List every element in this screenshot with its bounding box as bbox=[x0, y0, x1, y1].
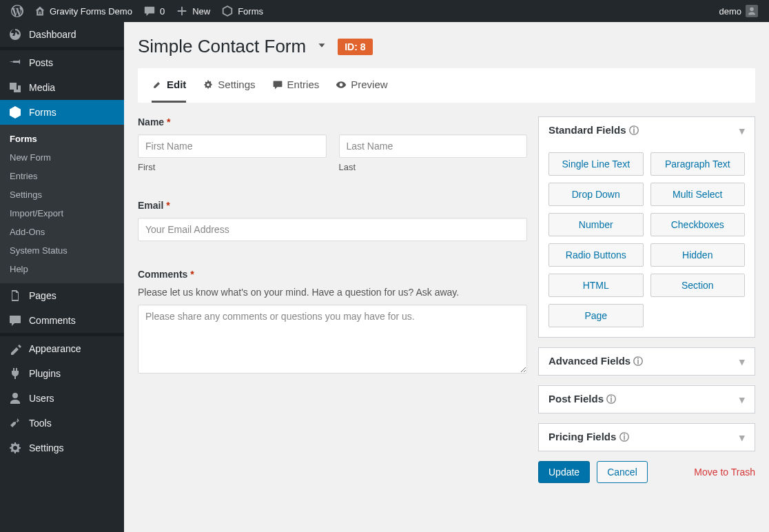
dashboard-icon bbox=[8, 28, 22, 41]
form-tabs: EditSettingsEntriesPreview bbox=[138, 68, 755, 103]
sidebar-item-pages[interactable]: Pages bbox=[0, 283, 124, 308]
new-link[interactable]: New bbox=[170, 0, 216, 22]
tab-preview[interactable]: Preview bbox=[336, 68, 387, 103]
email-input[interactable] bbox=[138, 218, 527, 241]
form-id-badge: ID: 8 bbox=[338, 39, 372, 55]
field-type-button[interactable]: Page bbox=[548, 304, 644, 327]
field-type-button[interactable]: HTML bbox=[548, 274, 644, 297]
tab-entries[interactable]: Entries bbox=[272, 68, 320, 103]
wp-logo[interactable] bbox=[6, 0, 29, 22]
advanced-fields-panel: Advanced Fields ⓘ ▾ bbox=[538, 347, 755, 376]
advanced-fields-header[interactable]: Advanced Fields ⓘ ▾ bbox=[539, 348, 755, 375]
sidebar-item-label: Pages bbox=[29, 290, 57, 301]
field-type-button[interactable]: Radio Buttons bbox=[548, 243, 644, 267]
standard-fields-panel: Standard Fields ⓘ ▾ Single Line TextPara… bbox=[538, 116, 755, 338]
sidebar-item-label: Plugins bbox=[29, 368, 61, 379]
sidebar-item-users[interactable]: Users bbox=[0, 386, 124, 411]
pages-icon bbox=[8, 289, 22, 303]
submenu-item[interactable]: Add-Ons bbox=[0, 223, 124, 241]
settings-icon bbox=[8, 441, 22, 455]
caret-icon: ▾ bbox=[739, 125, 745, 137]
submenu-item[interactable]: Import/Export bbox=[0, 204, 124, 223]
sidebar-item-media[interactable]: Media bbox=[0, 75, 124, 100]
name-field[interactable]: Name * First Last bbox=[138, 116, 527, 172]
forms-link[interactable]: Forms bbox=[216, 0, 269, 22]
sidebar-item-posts[interactable]: Posts bbox=[0, 50, 124, 75]
pin-icon bbox=[8, 56, 22, 70]
sidebar-item-forms[interactable]: Forms bbox=[0, 100, 124, 125]
comments-icon bbox=[8, 314, 22, 327]
sidebar-item-dashboard[interactable]: Dashboard bbox=[0, 22, 124, 47]
comments-count: 0 bbox=[160, 6, 165, 17]
submenu-item[interactable]: Forms bbox=[0, 130, 124, 148]
tab-settings[interactable]: Settings bbox=[203, 68, 255, 103]
new-label: New bbox=[192, 6, 210, 17]
caret-icon: ▾ bbox=[739, 393, 745, 406]
user-name: demo bbox=[719, 6, 741, 17]
entries-icon bbox=[272, 79, 283, 90]
comments-link[interactable]: 0 bbox=[138, 0, 170, 22]
page-title: Simple Contact Form bbox=[138, 36, 306, 57]
standard-fields-header[interactable]: Standard Fields ⓘ ▾ bbox=[539, 117, 755, 144]
form-switcher[interactable] bbox=[316, 39, 328, 54]
sidebar-item-appearance[interactable]: Appearance bbox=[0, 336, 124, 361]
submenu-item[interactable]: Entries bbox=[0, 167, 124, 185]
sidebar-item-label: Tools bbox=[29, 418, 52, 429]
help-icon[interactable]: ⓘ bbox=[606, 393, 616, 405]
field-type-button[interactable]: Single Line Text bbox=[548, 152, 644, 176]
field-type-button[interactable]: Hidden bbox=[650, 243, 746, 267]
post-fields-header[interactable]: Post Fields ⓘ ▾ bbox=[539, 386, 755, 413]
user-menu[interactable]: demo bbox=[713, 0, 763, 22]
field-type-button[interactable]: Multi Select bbox=[650, 183, 746, 206]
field-type-button[interactable]: Section bbox=[650, 274, 746, 297]
submenu-item[interactable]: New Form bbox=[0, 148, 124, 167]
first-name-input[interactable] bbox=[138, 134, 327, 158]
sidebar-item-plugins[interactable]: Plugins bbox=[0, 361, 124, 386]
tab-edit[interactable]: Edit bbox=[152, 68, 186, 103]
sidebar-item-settings[interactable]: Settings bbox=[0, 436, 124, 460]
submenu-item[interactable]: System Status bbox=[0, 241, 124, 260]
sidebar-item-label: Appearance bbox=[29, 343, 81, 354]
submenu-item[interactable]: Help bbox=[0, 260, 124, 278]
update-button[interactable]: Update bbox=[538, 461, 590, 483]
forms-bar-icon bbox=[221, 5, 234, 17]
comments-textarea[interactable] bbox=[138, 305, 527, 374]
name-label: Name * bbox=[138, 116, 170, 127]
help-icon[interactable]: ⓘ bbox=[633, 356, 643, 367]
form-editor: Name * First Last Email * bbox=[138, 116, 527, 483]
last-name-input[interactable] bbox=[339, 134, 528, 158]
move-to-trash-link[interactable]: Move to Trash bbox=[694, 467, 755, 478]
email-field[interactable]: Email * bbox=[138, 200, 527, 241]
field-type-button[interactable]: Drop Down bbox=[548, 183, 644, 206]
wordpress-icon bbox=[11, 5, 23, 17]
users-icon bbox=[8, 391, 22, 405]
home-icon bbox=[34, 6, 45, 17]
appearance-icon bbox=[8, 342, 22, 356]
content-area: Simple Contact Form ID: 8 EditSettingsEn… bbox=[124, 22, 769, 532]
sidebar-submenu: FormsNew FormEntriesSettingsImport/Expor… bbox=[0, 125, 124, 283]
comments-description: Please let us know what's on your mind. … bbox=[138, 287, 527, 298]
sidebar-item-label: Settings bbox=[29, 442, 64, 453]
site-name: Gravity Forms Demo bbox=[50, 6, 132, 17]
help-icon[interactable]: ⓘ bbox=[619, 431, 629, 442]
help-icon[interactable]: ⓘ bbox=[629, 125, 639, 136]
edit-icon bbox=[152, 79, 163, 90]
submenu-item[interactable]: Settings bbox=[0, 185, 124, 204]
site-link[interactable]: Gravity Forms Demo bbox=[29, 0, 138, 22]
field-palette: Standard Fields ⓘ ▾ Single Line TextPara… bbox=[538, 116, 755, 483]
avatar-icon bbox=[746, 5, 758, 17]
pricing-fields-panel: Pricing Fields ⓘ ▾ bbox=[538, 423, 755, 451]
field-type-button[interactable]: Paragraph Text bbox=[650, 152, 746, 176]
comments-field[interactable]: Comments * Please let us know what's on … bbox=[138, 269, 527, 376]
cancel-button[interactable]: Cancel bbox=[597, 461, 648, 483]
field-type-button[interactable]: Number bbox=[548, 213, 644, 236]
plus-icon bbox=[176, 5, 188, 17]
pricing-fields-header[interactable]: Pricing Fields ⓘ ▾ bbox=[539, 424, 755, 451]
admin-bar: Gravity Forms Demo 0 New Forms demo bbox=[0, 0, 769, 22]
field-type-button[interactable]: Checkboxes bbox=[650, 213, 746, 236]
sidebar-item-label: Posts bbox=[29, 57, 53, 68]
sidebar-item-label: Dashboard bbox=[29, 29, 76, 40]
sidebar-item-comments[interactable]: Comments bbox=[0, 308, 124, 333]
last-sublabel: Last bbox=[339, 162, 528, 172]
sidebar-item-tools[interactable]: Tools bbox=[0, 411, 124, 436]
